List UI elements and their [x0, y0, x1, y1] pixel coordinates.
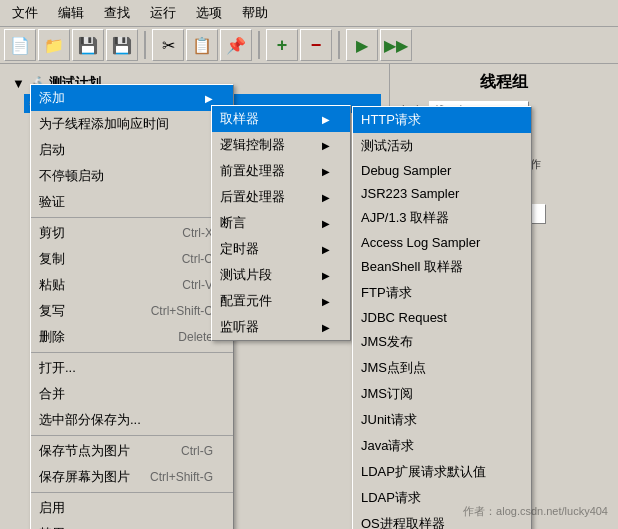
- submenu-l2-post[interactable]: 后置处理器 ▶: [212, 184, 350, 210]
- submenu-l3: HTTP请求 测试活动 Debug Sampler JSR223 Sampler…: [352, 106, 532, 529]
- menu-help[interactable]: 帮助: [238, 2, 272, 24]
- ctx-disable[interactable]: 禁用: [31, 521, 233, 529]
- ctx-add-label: 添加: [39, 89, 65, 107]
- ctx-add-response[interactable]: 为子线程添加响应时间: [31, 111, 233, 137]
- left-panel: ▼ 🔬 测试计划 ⚙ http-test 添加 ▶ 为子线程添加响应时间 启动 …: [0, 64, 390, 529]
- add-button[interactable]: +: [266, 29, 298, 61]
- submenu-l3-ftp[interactable]: FTP请求: [353, 280, 531, 306]
- submenu-l2-logic[interactable]: 逻辑控制器 ▶: [212, 132, 350, 158]
- submenu-l3-http[interactable]: HTTP请求: [353, 107, 531, 133]
- menu-run[interactable]: 运行: [146, 2, 180, 24]
- ctx-paste[interactable]: 粘贴 Ctrl-V: [31, 272, 233, 298]
- submenu-l3-jmsp2p[interactable]: JMS点到点: [353, 355, 531, 381]
- ctx-delete[interactable]: 删除 Delete: [31, 324, 233, 350]
- runall-button[interactable]: ▶▶: [380, 29, 412, 61]
- submenu-l2: 取样器 ▶ 逻辑控制器 ▶ 前置处理器 ▶ 后置处理器 ▶ 断言 ▶: [211, 105, 351, 341]
- submenu-l2-testfrag[interactable]: 测试片段 ▶: [212, 262, 350, 288]
- ctx-open[interactable]: 打开...: [31, 355, 233, 381]
- toolbar-sep2: [258, 31, 260, 59]
- ctx-sep1: [31, 217, 233, 218]
- menu-edit[interactable]: 编辑: [54, 2, 88, 24]
- ctx-merge[interactable]: 合并: [31, 381, 233, 407]
- ctx-add-arrow: ▶: [205, 93, 213, 104]
- submenu-l3-jsr223[interactable]: JSR223 Sampler: [353, 182, 531, 205]
- submenu-l3-testaction[interactable]: 测试活动: [353, 133, 531, 159]
- toolbar-sep3: [338, 31, 340, 59]
- submenu-l3-ldapext[interactable]: LDAP扩展请求默认值: [353, 459, 531, 485]
- ctx-validate[interactable]: 验证: [31, 189, 233, 215]
- toolbar: 📄 📁 💾 💾 ✂ 📋 📌 + − ▶ ▶▶: [0, 27, 618, 64]
- submenu-l3-junit[interactable]: JUnit请求: [353, 407, 531, 433]
- saveas-button[interactable]: 💾: [106, 29, 138, 61]
- run-button[interactable]: ▶: [346, 29, 378, 61]
- ctx-cut[interactable]: 剪切 Ctrl-X: [31, 220, 233, 246]
- ctx-start[interactable]: 启动: [31, 137, 233, 163]
- ctx-sep3: [31, 435, 233, 436]
- ctx-enable[interactable]: 启用: [31, 495, 233, 521]
- submenu-l2-sampler[interactable]: 取样器 ▶: [212, 106, 350, 132]
- submenu-l2-assert[interactable]: 断言 ▶: [212, 210, 350, 236]
- ctx-save-screen-img[interactable]: 保存屏幕为图片 Ctrl+Shift-G: [31, 464, 233, 490]
- menu-file[interactable]: 文件: [8, 2, 42, 24]
- cut-button[interactable]: ✂: [152, 29, 184, 61]
- open-button[interactable]: 📁: [38, 29, 70, 61]
- submenu-l3-java[interactable]: Java请求: [353, 433, 531, 459]
- submenu-l3-beanshell[interactable]: BeanShell 取样器: [353, 254, 531, 280]
- watermark: 作者：alog.csdn.net/lucky404: [463, 504, 608, 519]
- ctx-duplicate[interactable]: 复写 Ctrl+Shift-C: [31, 298, 233, 324]
- remove-button[interactable]: −: [300, 29, 332, 61]
- submenu-l3-jdbc[interactable]: JDBC Request: [353, 306, 531, 329]
- submenu-l3-jmspub[interactable]: JMS发布: [353, 329, 531, 355]
- submenu-l2-listener[interactable]: 监听器 ▶: [212, 314, 350, 340]
- new-button[interactable]: 📄: [4, 29, 36, 61]
- submenu-l3-ajp[interactable]: AJP/1.3 取样器: [353, 205, 531, 231]
- ctx-copy[interactable]: 复制 Ctrl-C: [31, 246, 233, 272]
- submenu-l2-config[interactable]: 配置元件 ▶: [212, 288, 350, 314]
- ctx-saveas[interactable]: 选中部分保存为...: [31, 407, 233, 433]
- ctx-add[interactable]: 添加 ▶: [31, 85, 233, 111]
- panel-title: 线程组: [398, 72, 610, 93]
- main-area: ▼ 🔬 测试计划 ⚙ http-test 添加 ▶ 为子线程添加响应时间 启动 …: [0, 64, 618, 529]
- submenu-l3-jmssub[interactable]: JMS订阅: [353, 381, 531, 407]
- submenu-l3-debug[interactable]: Debug Sampler: [353, 159, 531, 182]
- submenu-l2-pre[interactable]: 前置处理器 ▶: [212, 158, 350, 184]
- toolbar-sep1: [144, 31, 146, 59]
- submenu-l3-accesslog[interactable]: Access Log Sampler: [353, 231, 531, 254]
- submenu-l2-timer[interactable]: 定时器 ▶: [212, 236, 350, 262]
- copy-button[interactable]: 📋: [186, 29, 218, 61]
- paste-button[interactable]: 📌: [220, 29, 252, 61]
- context-menu: 添加 ▶ 为子线程添加响应时间 启动 不停顿启动 验证 剪切 Ctrl-X 复制: [30, 84, 234, 529]
- menu-options[interactable]: 选项: [192, 2, 226, 24]
- ctx-sep2: [31, 352, 233, 353]
- ctx-sep4: [31, 492, 233, 493]
- ctx-start-nopause[interactable]: 不停顿启动: [31, 163, 233, 189]
- ctx-save-node-img[interactable]: 保存节点为图片 Ctrl-G: [31, 438, 233, 464]
- save-button[interactable]: 💾: [72, 29, 104, 61]
- menu-bar: 文件 编辑 查找 运行 选项 帮助: [0, 0, 618, 27]
- tree-toggle[interactable]: ▼: [12, 76, 25, 91]
- menu-find[interactable]: 查找: [100, 2, 134, 24]
